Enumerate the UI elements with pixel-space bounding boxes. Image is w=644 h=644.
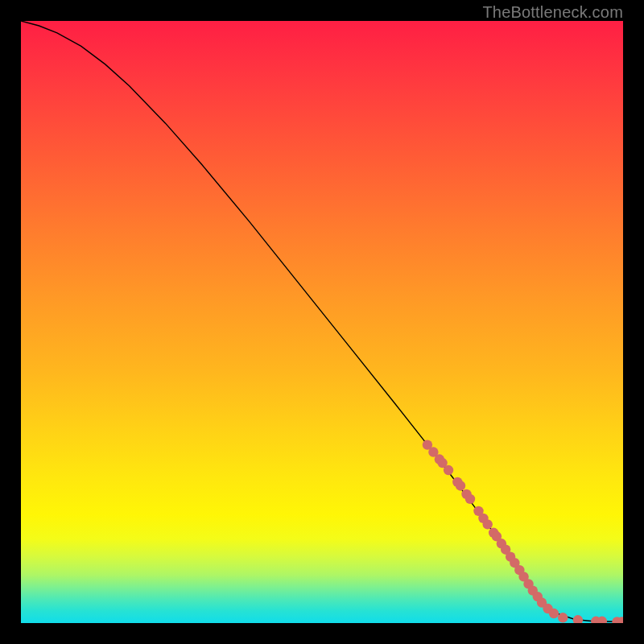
- data-point: [483, 519, 493, 529]
- plot-area: [21, 21, 623, 623]
- scatter-points: [423, 440, 623, 623]
- data-point: [558, 613, 568, 622]
- data-point: [549, 609, 559, 618]
- chart-svg: [21, 21, 623, 623]
- bottleneck-curve: [21, 21, 623, 622]
- data-point: [573, 615, 583, 623]
- chart-frame: TheBottleneck.com: [0, 0, 644, 644]
- data-point: [456, 481, 465, 490]
- data-point: [444, 465, 453, 475]
- data-point: [465, 494, 475, 504]
- watermark-text: TheBottleneck.com: [482, 3, 623, 22]
